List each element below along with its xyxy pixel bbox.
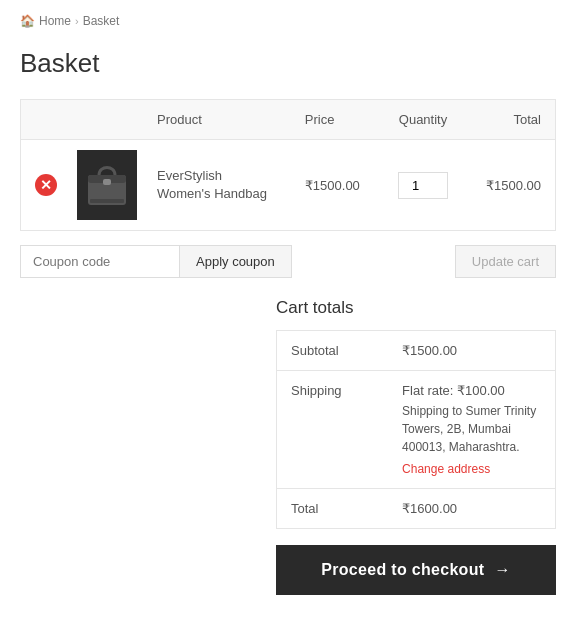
- svg-rect-3: [90, 199, 124, 203]
- total-label: Total: [277, 489, 389, 529]
- breadcrumb: 🏠 Home › Basket: [0, 0, 576, 38]
- shipping-row: Shipping Flat rate: ₹100.00 Shipping to …: [277, 371, 556, 489]
- col-header-quantity: Quantity: [380, 100, 466, 140]
- checkout-arrow-icon: →: [494, 561, 510, 579]
- table-row: ✕ EverStylish Wo: [21, 140, 556, 231]
- cart-totals-section: Cart totals Subtotal ₹1500.00 Shipping F…: [20, 298, 556, 529]
- subtotal-label: Subtotal: [277, 331, 389, 371]
- col-header-total: Total: [466, 100, 555, 140]
- remove-item-button[interactable]: ✕: [35, 174, 57, 196]
- breadcrumb-current: Basket: [83, 14, 120, 28]
- product-name-cell: EverStylish Women's Handbag: [143, 140, 291, 231]
- apply-coupon-button[interactable]: Apply coupon: [180, 245, 292, 278]
- totals-table: Subtotal ₹1500.00 Shipping Flat rate: ₹1…: [276, 330, 556, 529]
- shipping-label: Shipping: [277, 371, 389, 489]
- cart-totals-box: Cart totals Subtotal ₹1500.00 Shipping F…: [276, 298, 556, 529]
- home-icon: 🏠: [20, 14, 35, 28]
- svg-rect-2: [103, 179, 111, 185]
- total-value: ₹1600.00: [388, 489, 555, 529]
- subtotal-row: Subtotal ₹1500.00: [277, 331, 556, 371]
- coupon-row: Apply coupon Update cart: [20, 245, 556, 278]
- checkout-button-wrapper: Proceed to checkout →: [20, 545, 556, 595]
- col-header-product: Product: [143, 100, 291, 140]
- total-row: Total ₹1600.00: [277, 489, 556, 529]
- shipping-rate: Flat rate: ₹100.00: [402, 383, 505, 398]
- breadcrumb-separator: ›: [75, 15, 79, 27]
- product-total-cell: ₹1500.00: [466, 140, 555, 231]
- update-cart-button[interactable]: Update cart: [455, 245, 556, 278]
- product-image: [77, 150, 137, 220]
- proceed-to-checkout-button[interactable]: Proceed to checkout →: [276, 545, 556, 595]
- cart-table: Product Price Quantity Total ✕: [20, 99, 556, 231]
- shipping-value: Flat rate: ₹100.00 Shipping to Sumer Tri…: [388, 371, 555, 489]
- checkout-button-label: Proceed to checkout: [321, 561, 484, 579]
- coupon-input[interactable]: [20, 245, 180, 278]
- change-address-link[interactable]: Change address: [402, 462, 541, 476]
- subtotal-value: ₹1500.00: [388, 331, 555, 371]
- coupon-form: Apply coupon: [20, 245, 292, 278]
- shipping-address: Shipping to Sumer Trinity Towers, 2B, Mu…: [402, 402, 541, 456]
- page-title: Basket: [0, 38, 576, 99]
- col-header-price: Price: [291, 100, 380, 140]
- product-price-cell: ₹1500.00: [291, 140, 380, 231]
- breadcrumb-home-link[interactable]: Home: [39, 14, 71, 28]
- cart-totals-title: Cart totals: [276, 298, 556, 318]
- quantity-input[interactable]: [398, 172, 448, 199]
